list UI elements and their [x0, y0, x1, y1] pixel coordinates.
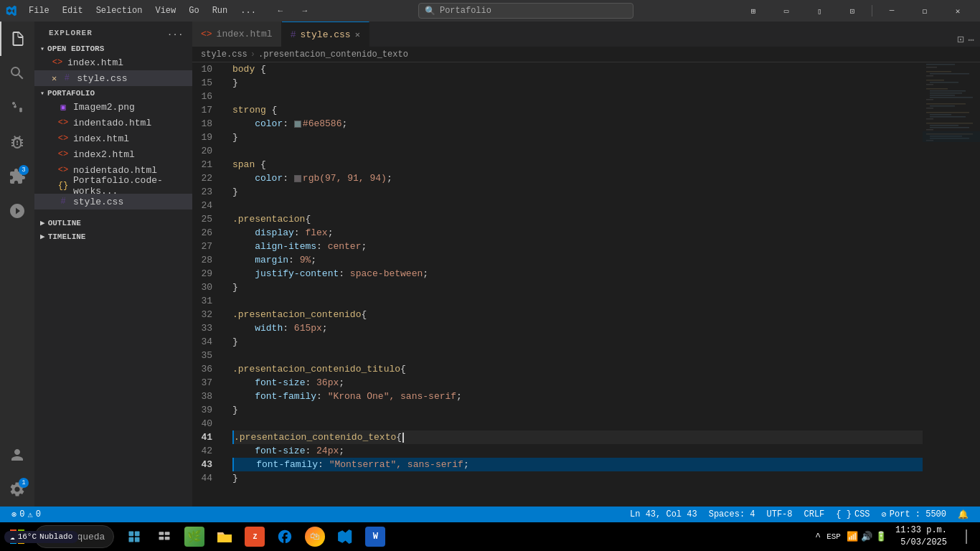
- panel-button[interactable]: ▭: [770, 0, 803, 22]
- css-file-icon: #: [61, 72, 72, 84]
- portafolio-section[interactable]: ▾ PORTAFOLIO: [34, 86, 192, 99]
- svg-rect-29: [923, 131, 980, 142]
- menu-file[interactable]: File: [23, 4, 55, 17]
- line-20: [232, 144, 923, 158]
- editor-area: <> index.html # style.css ✕ ⊡ ⋯ style.cs…: [192, 22, 980, 507]
- search-box[interactable]: 🔍 Portafolio: [418, 3, 633, 19]
- portafolio-arrow: ▾: [40, 89, 44, 98]
- activity-explorer[interactable]: [0, 22, 34, 56]
- editor-actions: ⊡ ⋯: [951, 32, 980, 47]
- nav-forward-button[interactable]: →: [295, 0, 315, 22]
- nav-back-button[interactable]: ←: [270, 0, 291, 22]
- svg-rect-8: [926, 88, 948, 90]
- customize-layout-button[interactable]: ⊡: [836, 0, 869, 22]
- status-notifications[interactable]: 🔔: [952, 507, 974, 522]
- svg-rect-36: [129, 537, 134, 542]
- outline-section[interactable]: ▶ OUTLINE: [34, 215, 192, 229]
- sidebar-right-button[interactable]: ▯: [803, 0, 836, 22]
- line-17: strong {: [232, 103, 923, 117]
- menu-selection[interactable]: Selection: [90, 4, 149, 17]
- png-icon: ▣: [57, 101, 69, 113]
- lang-indicator[interactable]: ESP: [824, 532, 844, 541]
- svg-rect-14: [926, 103, 966, 105]
- timeline-section[interactable]: ▶ TIMELINE: [34, 229, 192, 242]
- menu-view[interactable]: View: [149, 4, 182, 17]
- taskbar-app-edge[interactable]: [270, 522, 299, 551]
- menu-more[interactable]: ...: [235, 4, 262, 17]
- open-editors-section[interactable]: ▾ OPEN EDITORS: [34, 42, 192, 55]
- taskbar-app-vscode[interactable]: [331, 522, 359, 551]
- file-index-label: index.html: [73, 133, 129, 144]
- tab-index-html[interactable]: <> index.html: [192, 22, 282, 47]
- activity-source-control[interactable]: [0, 90, 34, 125]
- more-actions-button[interactable]: ⋯: [969, 34, 974, 46]
- file-index-html[interactable]: <> index.html: [34, 131, 192, 146]
- html-icon: <>: [57, 117, 69, 128]
- status-errors[interactable]: ⊗ 0 ⚠ 0: [6, 507, 47, 522]
- show-desktop-button[interactable]: [956, 522, 977, 551]
- menu-run[interactable]: Run: [207, 4, 234, 17]
- status-position[interactable]: Ln 43, Col 43: [624, 507, 703, 522]
- taskbar-app-taskview[interactable]: [150, 522, 179, 551]
- line-15: }: [232, 76, 923, 90]
- warning-count: 0: [36, 509, 41, 519]
- code-editor[interactable]: body { } strong { color: #6e8586; } span…: [224, 62, 923, 507]
- activity-run-debug[interactable]: [0, 125, 34, 159]
- minimize-button[interactable]: ─: [875, 0, 908, 22]
- restore-button[interactable]: ◻: [908, 0, 941, 22]
- menu-edit[interactable]: Edit: [57, 4, 89, 17]
- activity-remote[interactable]: [0, 194, 34, 228]
- menu-go[interactable]: Go: [183, 4, 204, 17]
- svg-rect-9: [930, 90, 966, 92]
- activity-settings[interactable]: 1: [0, 472, 34, 507]
- line-16: [232, 90, 923, 103]
- svg-rect-37: [135, 537, 140, 542]
- editor-content[interactable]: 10 15 16 17 18 19 20 21 22 23 24 25 26 2…: [192, 62, 980, 507]
- activity-search[interactable]: [0, 56, 34, 90]
- taskbar-clock[interactable]: 11:33 p.m. 5/03/2025: [890, 524, 953, 549]
- file-style-css[interactable]: # style.css: [34, 194, 192, 209]
- file-portafolio-json[interactable]: {} Portafolio.code-works...: [34, 178, 192, 194]
- tab-style-css[interactable]: # style.css ✕: [282, 22, 369, 47]
- taskbar-app-minecraft[interactable]: 🌿: [180, 522, 209, 551]
- split-editor-button[interactable]: ⊡: [957, 32, 964, 47]
- breadcrumb: style.css › .presentacion_contenido_text…: [192, 47, 980, 62]
- svg-rect-13: [926, 99, 933, 100]
- taskbar-app-zoho[interactable]: Z: [240, 522, 269, 551]
- breadcrumb-separator: ›: [250, 50, 255, 60]
- status-language[interactable]: { } CSS: [830, 507, 875, 522]
- language-text: { }: [836, 509, 852, 519]
- show-hidden-icons[interactable]: ^: [815, 532, 821, 542]
- line-26: display: flex;: [232, 226, 923, 240]
- status-line-ending[interactable]: CRLF: [798, 507, 831, 522]
- tab-close-button[interactable]: ✕: [355, 29, 360, 40]
- svg-rect-0: [926, 64, 955, 65]
- file-imagem2-png[interactable]: ▣ Imagem2.png: [34, 99, 192, 115]
- taskbar-app-appstore[interactable]: 🛍: [301, 522, 329, 551]
- line-31: [232, 294, 923, 308]
- taskbar-app-folder[interactable]: [210, 522, 239, 551]
- file-index2-html[interactable]: <> index2.html: [34, 146, 192, 162]
- close-button[interactable]: ✕: [941, 0, 974, 22]
- open-editor-style-css[interactable]: ✕ # style.css: [34, 70, 192, 86]
- taskbar-app-widgets[interactable]: [120, 522, 149, 551]
- taskbar: 🔍 Búsqueda 🌿 Z 🛍: [0, 522, 980, 551]
- open-editor-index-html[interactable]: <> index.html: [34, 55, 192, 70]
- status-encoding[interactable]: UTF-8: [761, 507, 798, 522]
- svg-rect-12: [930, 97, 973, 98]
- layout-button[interactable]: ⊞: [737, 0, 770, 22]
- status-port[interactable]: ⊘ Port : 5500: [876, 507, 952, 522]
- file-style-label: style.css: [73, 197, 123, 207]
- file-indentado-html[interactable]: <> indentado.html: [34, 115, 192, 131]
- svg-rect-5: [926, 80, 944, 81]
- port-icon: ⊘: [882, 509, 887, 520]
- svg-rect-18: [930, 114, 951, 116]
- breadcrumb-file: style.css: [201, 50, 248, 60]
- status-spaces[interactable]: Spaces: 4: [703, 507, 761, 522]
- open-editors-arrow: ▾: [40, 44, 44, 53]
- line-38: font-family: "Krona One", sans-serif;: [232, 390, 923, 403]
- line-19: }: [232, 131, 923, 144]
- taskbar-app-word[interactable]: W: [361, 522, 390, 551]
- activity-accounts[interactable]: [0, 438, 34, 472]
- activity-extensions[interactable]: 3: [0, 159, 34, 194]
